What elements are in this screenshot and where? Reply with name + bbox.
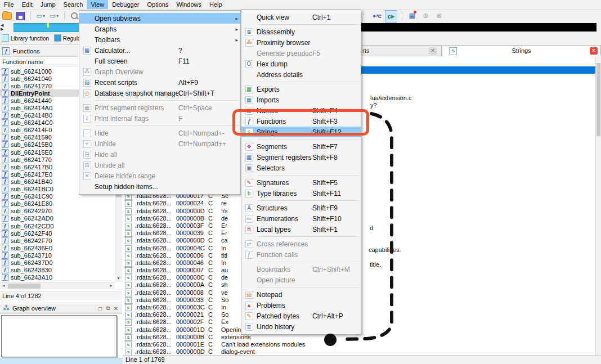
tab-close-icon[interactable]: ✕	[429, 47, 437, 55]
menubar-item-jump[interactable]: Jump	[37, 0, 60, 9]
subviews-menu-item-problems[interactable]: ▲Problems	[241, 300, 361, 311]
subviews-menu-item-selectors[interactable]: ▣Selectors	[241, 163, 361, 173]
string-text: Er	[221, 222, 227, 230]
function-row-sub-66243710[interactable]: fsub_66243710	[0, 251, 115, 259]
scroll-right-arrow-icon[interactable]: ▸	[107, 282, 115, 289]
function-row-sub-66242f40[interactable]: fsub_66242F40	[0, 230, 115, 237]
view-menu-item-graphs[interactable]: Graphs▸	[79, 24, 240, 34]
add-breakpoint-icon[interactable]: ⊕	[420, 10, 431, 21]
subviews-menu-item-cross-references[interactable]: ⇄Cross references	[241, 239, 361, 249]
subviews-menu-separator	[258, 139, 360, 140]
subviews-menu-item-exports[interactable]: ▦Exports	[241, 84, 361, 95]
graph-icon: ⁂	[2, 304, 10, 312]
view-menu-item-open-subviews[interactable]: Open subviews▸	[79, 13, 240, 24]
functions-horizontal-scrollbar[interactable]: ◂ ▸	[0, 282, 115, 289]
function-row-sub-66243a10[interactable]: fsub_66243A10	[0, 274, 115, 281]
view-menu-item-full-screen[interactable]: Full screenF11	[79, 56, 240, 66]
view-menu-item-hide[interactable]: −HideCtrl+Numpad+-	[79, 128, 240, 138]
tab-strings[interactable]: s Strings ✕	[442, 45, 601, 56]
strings-vertical-scrollbar-thumb[interactable]	[596, 63, 600, 136]
remove-breakpoint-icon[interactable]: ⊗	[433, 10, 445, 21]
menubar-item-view[interactable]: View	[87, 0, 108, 9]
toolbar-separator	[64, 11, 65, 20]
view-menu-item-graph-overview[interactable]: ⁂Graph Overview	[79, 66, 240, 77]
menu-item-label: Setup hidden items...	[95, 183, 178, 191]
string-length: 00000024	[176, 200, 204, 207]
close-icon[interactable]: ✕	[112, 305, 120, 312]
function-row-sub-66243830[interactable]: fsub_66243830	[0, 267, 115, 274]
scroll-down-arrow-icon[interactable]: ▾	[115, 275, 122, 282]
menu-item-label: Segments	[257, 143, 312, 151]
string-row[interactable]: s.rdata:6628...0000000DCdialog-event	[123, 348, 595, 355]
menubar-item-help[interactable]: Help	[205, 0, 226, 9]
view-menu-item-toolbars[interactable]: Toolbars▸	[79, 34, 240, 45]
function-row-sub-66242cd0[interactable]: fsub_66242CD0	[0, 222, 115, 230]
subviews-menu-item-local-types[interactable]: BLocal typesShift+F1	[241, 224, 361, 235]
menubar-item-file[interactable]: File	[0, 0, 18, 9]
view-menu-item-unhide[interactable]: +UnhideCtrl+Numpad++	[79, 138, 240, 149]
subviews-menu-item-type-libraries[interactable]: bType librariesShift+F11	[241, 188, 361, 199]
view-menu-item-delete-hidden-range[interactable]: ✕Delete hidden range	[79, 170, 240, 181]
string-length: 0000001E	[176, 341, 204, 348]
menubar-item-windows[interactable]: Windows	[172, 0, 205, 9]
notepad-icon: ▤	[245, 291, 253, 299]
graph-overview-title-bar[interactable]: ⁂ Graph overview □ ⧉ ✕	[0, 303, 122, 314]
subviews-menu-item-bookmarks[interactable]: BookmarksCtrl+Shift+M	[241, 264, 361, 275]
string-length: 0000003C	[176, 304, 205, 311]
function-row-sub-662437d0[interactable]: fsub_662437D0	[0, 259, 115, 266]
functions-horizontal-scrollbar-thumb[interactable]	[8, 284, 41, 289]
view-menu-item-hide-all[interactable]: ⊟Hide all	[79, 149, 240, 160]
subviews-menu-item-notepad[interactable]: ▤Notepad	[241, 289, 361, 300]
float-icon[interactable]: ⧉	[104, 305, 112, 312]
back-icon[interactable]: ⇦▾	[35, 10, 46, 21]
subviews-menu-item-structures[interactable]: AStructuresShift+F9	[241, 203, 361, 213]
function-row-sub-662436e0[interactable]: fsub_662436E0	[0, 244, 115, 251]
breakpoint-list-icon[interactable]: ▦	[406, 10, 418, 21]
subviews-menu-item-generate-pseudocode[interactable]: Generate pseudocodeF5	[241, 48, 361, 59]
segments-icon: ❖	[245, 143, 253, 151]
subviews-menu-item-proximity-browser[interactable]: ⁂Proximity browser	[241, 37, 361, 48]
menubar-item-debugger[interactable]: Debugger	[108, 0, 143, 9]
compile-icon[interactable]: ↩c	[371, 10, 383, 21]
subviews-menu-item-quick-view[interactable]: Quick viewCtrl+1	[241, 12, 361, 23]
subviews-menu-item-open-picture[interactable]: Open picture	[241, 275, 361, 285]
view-menu-item-calculator[interactable]: ▦Calculator...?	[79, 45, 240, 56]
subviews-menu-item-disassembly[interactable]: ≣Disassembly	[241, 26, 361, 37]
maximize-icon[interactable]: □	[96, 305, 104, 312]
subviews-menu-item-function-calls[interactable]: ƒFunction calls	[241, 249, 361, 260]
subviews-menu-item-address-details[interactable]: Address details	[241, 69, 361, 80]
subviews-menu-item-enumerations[interactable]: ≔EnumerationsShift+F10	[241, 213, 361, 224]
save-icon[interactable]	[15, 10, 26, 21]
subviews-menu-item-hex-dump[interactable]: OHex dump	[241, 59, 361, 69]
tab-close-icon[interactable]: ✕	[590, 47, 598, 55]
subviews-menu-item-segments[interactable]: ❖SegmentsShift+F7	[241, 141, 361, 152]
subviews-menu-item-imports[interactable]: ▦Imports	[241, 95, 361, 105]
function-row-sub-66242ad0[interactable]: fsub_66242AD0	[0, 215, 115, 222]
view-menu-item-recent-scripts[interactable]: ▤Recent scriptsAlt+F9	[79, 77, 240, 88]
view-menu-item-database-snapshot-manager[interactable]: ◴Database snapshot manager...Ctrl+Shift+…	[79, 88, 240, 98]
forward-icon[interactable]: ⇨▾	[48, 10, 60, 21]
menubar-item-edit[interactable]: Edit	[18, 0, 37, 9]
subviews-menu-item-signatures[interactable]: ✎SignaturesShift+F5	[241, 177, 361, 188]
graph-overview-canvas[interactable]	[1, 315, 117, 357]
view-menu-item-print-internal-flags[interactable]: iPrint internal flagsF	[79, 113, 240, 124]
subviews-menu-item-patched-bytes[interactable]: ✎Patched bytesCtrl+Alt+P	[241, 311, 361, 321]
run-script-icon[interactable]: c▶	[385, 10, 397, 23]
view-menu-item-print-segment-registers[interactable]: ▦Print segment registersCtrl+Space	[79, 102, 240, 113]
string-length: 00000039	[176, 230, 204, 237]
menubar-item-search[interactable]: Search	[60, 0, 87, 9]
view-menu-item-unhide-all[interactable]: ⊞Unhide all	[79, 160, 240, 170]
navigation-band-library-region[interactable]	[361, 23, 596, 32]
function-row-sub-66242f70[interactable]: fsub_66242F70	[0, 237, 115, 244]
subviews-menu-item-segment-registers[interactable]: ▦Segment registersShift+F8	[241, 152, 361, 163]
scroll-left-arrow-icon[interactable]: ◂	[0, 282, 7, 289]
menubar-item-options[interactable]: Options	[143, 0, 172, 9]
exports-icon: ▦	[245, 86, 253, 93]
open-file-icon[interactable]	[1, 10, 12, 21]
function-row-sub-66242970[interactable]: fsub_66242970	[0, 208, 115, 215]
band-scroll-left-icon[interactable]: ◀▶	[1, 23, 3, 31]
view-menu-item-setup-hidden-items[interactable]: Setup hidden items...	[79, 181, 240, 192]
subviews-menu-item-undo-history[interactable]: ≣Undo history	[241, 321, 361, 332]
function-row-sub-66241e80[interactable]: fsub_66241E80	[0, 200, 115, 208]
string-row[interactable]: s.rdata:6628...0000001ECCan't load exten…	[123, 341, 595, 348]
